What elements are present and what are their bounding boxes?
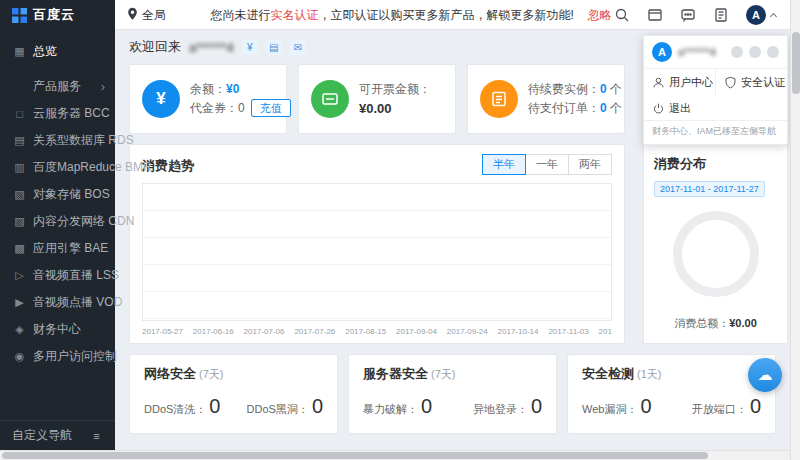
location-pin-icon [127,7,138,23]
live-stream-icon: ▷ [13,269,26,282]
power-icon [652,102,665,115]
server-security-title: 服务器安全 [363,366,428,381]
search-icon[interactable] [614,7,630,23]
sidebar-item-finance[interactable]: ◈ 财务中心 [0,316,115,343]
region-label: 全局 [142,7,166,24]
web-vuln-stat[interactable]: Web漏洞：0 [582,395,652,418]
social-icon-2[interactable] [749,46,761,58]
console-root: 百度云 全局 您尚未进行实名认证，立即认证以购买更多新产品，解锁更多新功能! 忽… [0,0,800,460]
docs-icon[interactable] [713,7,729,23]
grid-overview-icon: ▦ [13,45,26,58]
avatar: A [652,42,672,62]
engine-icon: ▩ [13,242,26,255]
recharge-button[interactable]: 充值 [251,99,291,117]
baidu-cloud-logo-icon [12,8,27,23]
welcome-row: 欢迎回来 a******4 ¥ ▤ ✉ [129,38,306,56]
custom-nav-button[interactable]: 自定义导航 ≡ [0,420,115,450]
tab-half-year[interactable]: 半年 [482,154,526,175]
logout-menu-item[interactable]: 退出 [644,96,787,120]
ddos-blackhole-stat[interactable]: DDoS黑洞：0 [247,395,323,418]
trend-chart-area [142,183,612,321]
topbar-actions: A [614,0,776,30]
welcome-username: a******4 [189,40,234,55]
sidebar-item-bcc[interactable]: □ 云服务器 BCC [0,100,115,127]
tab-two-years[interactable]: 两年 [568,154,612,175]
sidebar-item-rds[interactable]: ▤ 关系型数据库 RDS [0,127,115,154]
horizontal-scrollbar-thumb[interactable] [2,452,708,459]
sidebar-item-lss[interactable]: ▷ 音视频直播 LSS [0,262,115,289]
brute-force-stat[interactable]: 暴力破解：0 [363,395,432,418]
remote-login-stat[interactable]: 异地登录：0 [473,395,542,418]
console-icon[interactable] [647,7,663,23]
renew-card: 待续费实例：0 个 待支付订单：0 个 [467,64,625,134]
sidebar-item-bmr[interactable]: ▥ 百度MapReduce BMR [0,154,115,181]
consumption-distribution-card: 消费分布 2017-11-01 - 2017-11-27 消费总额：¥0.00 [643,144,788,344]
topbar: 百度云 全局 您尚未进行实名认证，立即认证以购买更多新产品，解锁更多新功能! 忽… [0,0,790,30]
sidebar-item-cdn[interactable]: ▨ 内容分发网络 CDN [0,208,115,235]
vertical-scrollbar-thumb[interactable] [792,32,800,94]
sidebar-item-bos[interactable]: ▧ 对象存储 BOS [0,181,115,208]
server-icon: □ [13,108,26,120]
chevron-up-icon [770,13,777,20]
security-auth-menu-item[interactable]: 安全认证 [715,69,787,96]
balance-value[interactable]: ¥0 [226,82,239,96]
distribution-title: 消费分布 [654,155,777,173]
welcome-greeting: 欢迎回来 [129,38,181,56]
social-icon-3[interactable] [767,46,779,58]
realname-notice: 您尚未进行实名认证，立即认证以购买更多新产品，解锁更多新功能! 忽略 [210,0,611,30]
mail-icon[interactable]: ✉ [290,39,306,55]
sidebar-item-overview[interactable]: ▦ 总览 [0,38,115,65]
cloud-support-button[interactable]: ☁ [748,358,782,392]
logo-text: 百度云 [33,6,75,24]
security-scan-card: 安全检测(1天) Web漏洞：0 开放端口：0 [567,354,776,434]
avatar: A [746,5,766,25]
invoice-label: 可开票金额： [359,82,431,96]
sidebar-item-vod[interactable]: ▶ 音视频点播 VOD [0,289,115,316]
sidebar: ▦ 总览 产品服务 › □ 云服务器 BCC ▤ 关系型数据库 RDS ▥ 百度… [0,30,115,450]
renew-value[interactable]: 0 [600,82,607,96]
user-icon [652,76,665,89]
main-content: 欢迎回来 a******4 ¥ ▤ ✉ ¥ 余额：¥0 代金券：0充值 可开票金… [115,30,790,450]
wallet-icon[interactable]: ¥ [242,39,258,55]
menu-lines-icon: ≡ [90,430,103,442]
balance-label: 余额： [190,82,226,96]
notice-prefix: 您尚未进行 [210,7,270,24]
storage-icon: ▧ [13,188,26,201]
sidebar-item-iam[interactable]: ◉ 多用户访问控制 [0,343,115,370]
vertical-scrollbar [790,0,800,460]
finance-icon: ◈ [13,323,26,336]
balance-yuan-icon: ¥ [142,80,180,118]
unpaid-value[interactable]: 0 [600,101,607,115]
database-icon: ▤ [13,134,26,147]
voucher-label: 代金券： [190,101,238,115]
account-menu-trigger[interactable]: A [746,5,776,25]
chevron-right-icon: › [101,79,105,94]
open-port-stat[interactable]: 开放端口：0 [692,395,761,418]
trend-x-axis: 2017-05-27 2017-06-16 2017-07-06 2017-07… [142,327,612,336]
ignore-notice-link[interactable]: 忽略 [588,7,612,24]
horizontal-scrollbar [0,450,790,460]
consumption-trend-card: 消费趋势 半年 一年 两年 2017-05-27 2017-06-16 2017… [129,144,625,344]
distribution-total: 消费总额：¥0.00 [644,316,787,331]
sidebar-section-products[interactable]: 产品服务 › [0,73,115,100]
date-range-tag[interactable]: 2017-11-01 - 2017-11-27 [654,181,765,197]
realname-auth-link[interactable]: 实名认证 [270,7,318,24]
message-icon[interactable] [680,7,696,23]
server-security-card: 服务器安全(7天) 暴力破解：0 异地登录：0 [348,354,557,434]
tab-one-year[interactable]: 一年 [525,154,569,175]
baidu-cloud-logo[interactable]: 百度云 [0,0,115,30]
vod-icon: ▶ [13,296,26,309]
id-badge-icon[interactable]: ▤ [266,39,282,55]
sidebar-item-bae[interactable]: ▩ 应用引擎 BAE [0,235,115,262]
social-icon-1[interactable] [731,46,743,58]
network-security-title: 网络安全 [144,366,196,381]
distribution-donut-chart [673,211,759,297]
renew-label: 待续费实例： [528,82,600,96]
user-center-menu-item[interactable]: 用户中心 [644,69,715,96]
ddos-clean-stat[interactable]: DDoS清洗：0 [144,395,220,418]
cloud-icon: ☁ [758,366,773,384]
account-dropdown-header: A a******4 [644,36,787,68]
region-selector[interactable]: 全局 [127,0,166,30]
invoice-value: ¥0.00 [359,101,392,116]
notice-body: ，立即认证以购买更多新产品，解锁更多新功能! [318,7,573,24]
